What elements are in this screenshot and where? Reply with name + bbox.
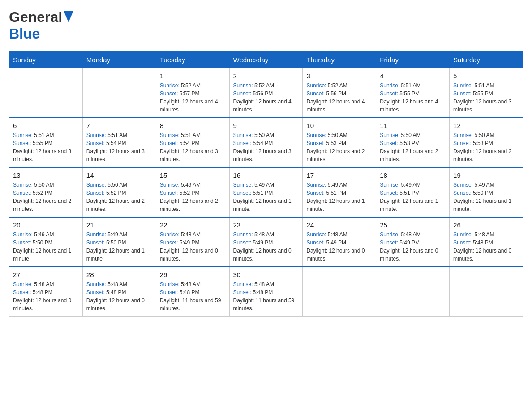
sun-info: Sunrise: 5:49 AMSunset: 5:51 PMDaylight:… (380, 181, 446, 213)
calendar-cell: 29Sunrise: 5:48 AMSunset: 5:48 PMDayligh… (156, 267, 229, 317)
sunset-label: Sunset: (160, 140, 180, 146)
calendar-cell: 17Sunrise: 5:49 AMSunset: 5:51 PMDayligh… (303, 167, 376, 217)
sun-info: Sunrise: 5:50 AMSunset: 5:52 PMDaylight:… (13, 181, 79, 213)
daylight-value: Daylight: 12 hours and 2 minutes. (86, 198, 145, 212)
day-number: 7 (86, 122, 152, 129)
sunset-label: Sunset: (233, 190, 253, 196)
sun-info: Sunrise: 5:52 AMSunset: 5:56 PMDaylight:… (233, 81, 299, 114)
logo-arrow-icon (64, 11, 73, 24)
sunset-value: 5:57 PM (180, 90, 200, 97)
calendar-cell: 14Sunrise: 5:50 AMSunset: 5:52 PMDayligh… (82, 167, 156, 217)
week-row-2: 6Sunrise: 5:51 AMSunset: 5:55 PMDaylight… (9, 118, 523, 167)
week-row-3: 13Sunrise: 5:50 AMSunset: 5:52 PMDayligh… (9, 167, 523, 217)
sunset-value: 5:49 PM (180, 240, 200, 246)
sunrise-value: 5:48 AM (181, 231, 201, 238)
sunset-value: 5:50 PM (106, 240, 126, 246)
daylight-value: Daylight: 11 hours and 59 minutes. (233, 297, 295, 312)
week-row-1: 1Sunrise: 5:52 AMSunset: 5:57 PMDaylight… (9, 68, 523, 118)
sunset-label: Sunset: (160, 90, 180, 97)
sunrise-label: Sunrise: (453, 182, 474, 188)
sunrise-label: Sunrise: (160, 182, 181, 188)
calendar-cell: 10Sunrise: 5:50 AMSunset: 5:53 PMDayligh… (303, 118, 376, 167)
sun-info: Sunrise: 5:48 AMSunset: 5:48 PMDaylight:… (86, 280, 152, 313)
sunrise-value: 5:50 AM (328, 132, 348, 138)
day-number: 15 (160, 171, 226, 179)
calendar-cell: 16Sunrise: 5:49 AMSunset: 5:51 PMDayligh… (229, 167, 303, 217)
calendar-cell: 2Sunrise: 5:52 AMSunset: 5:56 PMDaylight… (229, 68, 303, 118)
sunset-value: 5:48 PM (33, 289, 53, 295)
sun-info: Sunrise: 5:48 AMSunset: 5:49 PMDaylight:… (380, 231, 446, 263)
sunrise-value: 5:52 AM (181, 82, 201, 89)
day-number: 20 (13, 221, 79, 229)
day-number: 22 (160, 221, 226, 229)
sunset-value: 5:55 PM (473, 90, 493, 97)
sunset-label: Sunset: (86, 190, 106, 196)
sun-info: Sunrise: 5:50 AMSunset: 5:53 PMDaylight:… (453, 131, 519, 163)
sunrise-label: Sunrise: (160, 231, 181, 238)
col-header-tuesday: Tuesday (156, 51, 229, 68)
daylight-value: Daylight: 12 hours and 2 minutes. (13, 198, 71, 212)
sun-info: Sunrise: 5:48 AMSunset: 5:48 PMDaylight:… (453, 231, 519, 263)
day-number: 28 (86, 271, 152, 278)
daylight-value: Daylight: 12 hours and 1 minute. (380, 198, 438, 212)
daylight-value: Daylight: 12 hours and 3 minutes. (13, 148, 71, 163)
calendar-cell: 6Sunrise: 5:51 AMSunset: 5:55 PMDaylight… (9, 118, 83, 167)
day-number: 30 (233, 271, 299, 278)
day-number: 11 (380, 122, 446, 129)
daylight-value: Daylight: 12 hours and 4 minutes. (306, 98, 365, 113)
calendar-cell: 25Sunrise: 5:48 AMSunset: 5:49 PMDayligh… (376, 217, 450, 267)
sunrise-value: 5:48 AM (254, 281, 274, 287)
sunrise-label: Sunrise: (233, 281, 254, 287)
sunset-value: 5:49 PM (326, 240, 346, 246)
calendar-cell: 18Sunrise: 5:49 AMSunset: 5:51 PMDayligh… (376, 167, 450, 217)
sun-info: Sunrise: 5:49 AMSunset: 5:51 PMDaylight:… (233, 181, 299, 213)
day-number: 4 (380, 72, 446, 80)
sunset-label: Sunset: (453, 190, 473, 196)
sunset-value: 5:50 PM (473, 190, 493, 196)
daylight-value: Daylight: 12 hours and 1 minute. (453, 198, 511, 212)
sunset-value: 5:51 PM (326, 190, 346, 196)
day-number: 25 (380, 221, 446, 229)
sunrise-value: 5:48 AM (181, 281, 201, 287)
daylight-value: Daylight: 12 hours and 4 minutes. (233, 98, 292, 113)
daylight-value: Daylight: 12 hours and 0 minutes. (233, 248, 292, 262)
sun-info: Sunrise: 5:50 AMSunset: 5:54 PMDaylight:… (233, 131, 299, 163)
sunrise-value: 5:48 AM (107, 281, 127, 287)
calendar-cell: 22Sunrise: 5:48 AMSunset: 5:49 PMDayligh… (156, 217, 229, 267)
sun-info: Sunrise: 5:51 AMSunset: 5:54 PMDaylight:… (160, 131, 226, 163)
day-number: 23 (233, 221, 299, 229)
daylight-value: Daylight: 12 hours and 3 minutes. (233, 148, 292, 163)
sunset-value: 5:54 PM (106, 140, 126, 146)
col-header-saturday: Saturday (450, 51, 523, 68)
sunrise-value: 5:48 AM (34, 281, 54, 287)
calendar-cell: 20Sunrise: 5:49 AMSunset: 5:50 PMDayligh… (9, 217, 83, 267)
sunrise-label: Sunrise: (306, 132, 327, 138)
sunset-label: Sunset: (233, 289, 253, 295)
day-number: 26 (453, 221, 519, 229)
daylight-value: Daylight: 12 hours and 1 minute. (306, 198, 365, 212)
sunrise-label: Sunrise: (13, 231, 34, 238)
sunset-label: Sunset: (453, 90, 473, 97)
page-header: General Blue (9, 9, 523, 42)
calendar-cell: 7Sunrise: 5:51 AMSunset: 5:54 PMDaylight… (82, 118, 156, 167)
calendar-cell: 13Sunrise: 5:50 AMSunset: 5:52 PMDayligh… (9, 167, 83, 217)
sunrise-label: Sunrise: (86, 132, 107, 138)
daylight-value: Daylight: 12 hours and 0 minutes. (160, 248, 218, 262)
daylight-value: Daylight: 12 hours and 1 minute. (13, 248, 71, 262)
calendar-cell: 23Sunrise: 5:48 AMSunset: 5:49 PMDayligh… (229, 217, 303, 267)
sun-info: Sunrise: 5:48 AMSunset: 5:48 PMDaylight:… (160, 280, 226, 313)
daylight-value: Daylight: 12 hours and 3 minutes. (86, 148, 145, 163)
calendar-cell (376, 267, 450, 317)
sunset-label: Sunset: (160, 190, 180, 196)
sunset-label: Sunset: (453, 140, 473, 146)
sunrise-label: Sunrise: (453, 82, 474, 89)
sunset-value: 5:48 PM (253, 289, 273, 295)
sun-info: Sunrise: 5:50 AMSunset: 5:53 PMDaylight:… (380, 131, 446, 163)
sunrise-value: 5:48 AM (328, 231, 348, 238)
day-number: 5 (453, 72, 519, 80)
sunrise-label: Sunrise: (13, 182, 34, 188)
sunrise-value: 5:48 AM (401, 231, 421, 238)
sun-info: Sunrise: 5:51 AMSunset: 5:54 PMDaylight:… (86, 131, 152, 163)
svg-marker-0 (64, 11, 73, 22)
day-number: 2 (233, 72, 299, 80)
